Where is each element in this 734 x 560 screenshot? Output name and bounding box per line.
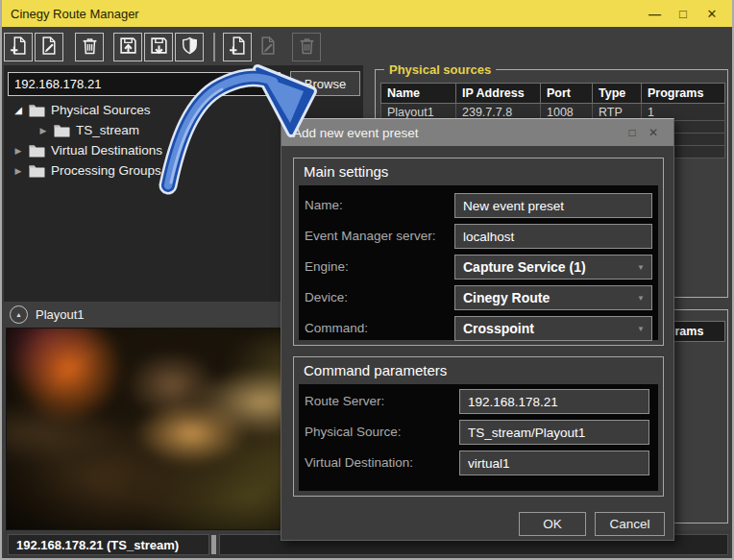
command-parameters-label: Command parameters: [294, 357, 663, 383]
column-header[interactable]: Type: [593, 84, 642, 104]
field-row-name: Name:: [305, 193, 648, 218]
app-title: Cinegy Route Manager: [0, 7, 139, 21]
name-input[interactable]: [454, 193, 652, 218]
field-row-route-server: Route Server:: [305, 389, 648, 414]
folder-icon: [54, 124, 70, 137]
command-dropdown[interactable]: Crosspoint ▼: [454, 316, 652, 341]
browse-button[interactable]: Browse: [290, 71, 360, 96]
maximize-icon[interactable]: □: [669, 0, 697, 27]
event-manager-server-input[interactable]: [454, 224, 652, 249]
route-server-label: Route Server:: [305, 394, 384, 408]
add-event-preset-dialog: Add new event preset □ ✕ Main settings N…: [281, 118, 674, 541]
engine-dropdown[interactable]: Capture Service (1) ▼: [454, 255, 652, 280]
chevron-down-icon: ▼: [637, 294, 651, 303]
floppy-arrow-down-icon: [150, 37, 168, 58]
physical-source-label: Physical Source:: [305, 425, 402, 439]
device-value: Cinegy Route: [455, 290, 637, 305]
route-server-input[interactable]: [459, 389, 649, 414]
device-dropdown[interactable]: Cinegy Route ▼: [454, 285, 652, 310]
dialog-maximize-icon[interactable]: □: [622, 119, 643, 146]
column-header[interactable]: IP Address: [456, 84, 541, 104]
main-settings-group: Main settings Name: Event Manager server…: [293, 158, 664, 346]
folder-icon: [29, 164, 45, 178]
event-manager-server-label: Event Manager server:: [305, 229, 436, 243]
table-header-row: Name IP Address Port Type Programs: [381, 84, 725, 104]
main-settings-label: Main settings: [294, 158, 663, 184]
field-row-engine: Engine: Capture Service (1) ▼: [305, 255, 648, 280]
tree-collapsed-icon[interactable]: ▶: [12, 166, 25, 176]
chevron-down-icon: ▼: [637, 263, 651, 272]
field-row-device: Device: Cinegy Route ▼: [305, 285, 648, 310]
device-label: Device:: [305, 290, 348, 304]
tree-item-label: Processing Groups: [51, 163, 161, 178]
trash-icon: [298, 37, 316, 58]
main-settings-body: Name: Event Manager server: Engine: Capt…: [299, 185, 658, 340]
trash-icon: [81, 37, 99, 58]
command-parameters-group: Command parameters Route Server: Physica…: [293, 356, 664, 497]
security-button[interactable]: [175, 33, 204, 61]
tree-collapsed-icon[interactable]: ▶: [12, 146, 25, 156]
delete-preset-button[interactable]: [75, 33, 104, 61]
folder-icon: [29, 104, 45, 117]
route-server-address-input[interactable]: [8, 72, 281, 96]
chevron-down-icon: ▼: [637, 325, 651, 333]
tree-item-label: TS_stream: [76, 123, 139, 137]
app-window: Cinegy Route Manager — □ ✕: [0, 0, 734, 560]
engine-value: Capture Service (1): [455, 259, 637, 275]
tree-item-label: Physical Sources: [51, 103, 151, 117]
status-stream-label: 192.168.178.21 (TS_stream): [8, 534, 209, 555]
virtual-destination-input[interactable]: [459, 450, 649, 475]
edit-item-button[interactable]: [254, 33, 282, 61]
edit-preset-button[interactable]: [35, 33, 63, 61]
shield-icon: [181, 37, 199, 58]
floppy-arrow-up-icon: [119, 37, 137, 58]
minimize-icon[interactable]: —: [640, 0, 669, 27]
new-document-icon: [229, 37, 247, 58]
app-titlebar: Cinegy Route Manager — □ ✕: [0, 0, 734, 27]
edit-document-icon: [40, 37, 59, 58]
command-label: Command:: [305, 321, 368, 335]
field-row-event-manager-server: Event Manager server:: [305, 224, 648, 249]
tree-item-label: Virtual Destinations: [51, 143, 162, 158]
new-preset-button[interactable]: [4, 33, 33, 61]
folder-icon: [29, 144, 45, 158]
dialog-titlebar[interactable]: Add new event preset □ ✕: [281, 119, 673, 146]
main-toolbar: [4, 31, 323, 63]
status-splitter[interactable]: [211, 535, 216, 554]
field-row-virtual-destination: Virtual Destination:: [305, 450, 648, 475]
command-value: Crosspoint: [455, 321, 637, 336]
collapse-up-icon[interactable]: ▲: [10, 305, 28, 324]
physical-sources-label: Physical sources: [384, 62, 496, 77]
preview-title: Playout1: [36, 307, 85, 322]
physical-source-input[interactable]: [459, 420, 649, 445]
engine-label: Engine:: [305, 259, 349, 274]
save-config-up-button[interactable]: [113, 33, 142, 61]
dialog-title: Add new event preset: [281, 126, 419, 140]
virtual-destination-label: Virtual Destination:: [305, 455, 413, 470]
close-icon[interactable]: ✕: [697, 0, 726, 27]
tree-expanded-icon[interactable]: ◢: [12, 105, 25, 115]
edit-document-icon: [259, 37, 278, 58]
save-config-down-button[interactable]: [144, 33, 173, 61]
new-document-icon: [10, 37, 28, 58]
name-label: Name:: [305, 198, 343, 212]
tree-item-physical-sources[interactable]: ◢ Physical Sources: [4, 100, 363, 120]
dialog-close-icon[interactable]: ✕: [643, 119, 664, 146]
command-parameters-body: Route Server: Physical Source: Virtual D…: [299, 384, 658, 491]
tree-collapsed-icon[interactable]: ▶: [37, 126, 50, 135]
new-item-button[interactable]: [223, 33, 252, 61]
delete-item-button[interactable]: [292, 33, 321, 61]
ok-button[interactable]: OK: [519, 512, 586, 536]
field-row-physical-source: Physical Source:: [305, 420, 648, 445]
column-header[interactable]: Name: [381, 84, 456, 104]
column-header[interactable]: Port: [541, 84, 593, 104]
dialog-controls: □ ✕: [622, 119, 664, 146]
window-controls: — □ ✕: [640, 0, 726, 27]
column-header[interactable]: Programs: [642, 84, 725, 104]
field-row-command: Command: Crosspoint ▼: [305, 316, 648, 341]
cancel-button[interactable]: Cancel: [595, 512, 665, 536]
toolbar-separator: [213, 33, 215, 61]
